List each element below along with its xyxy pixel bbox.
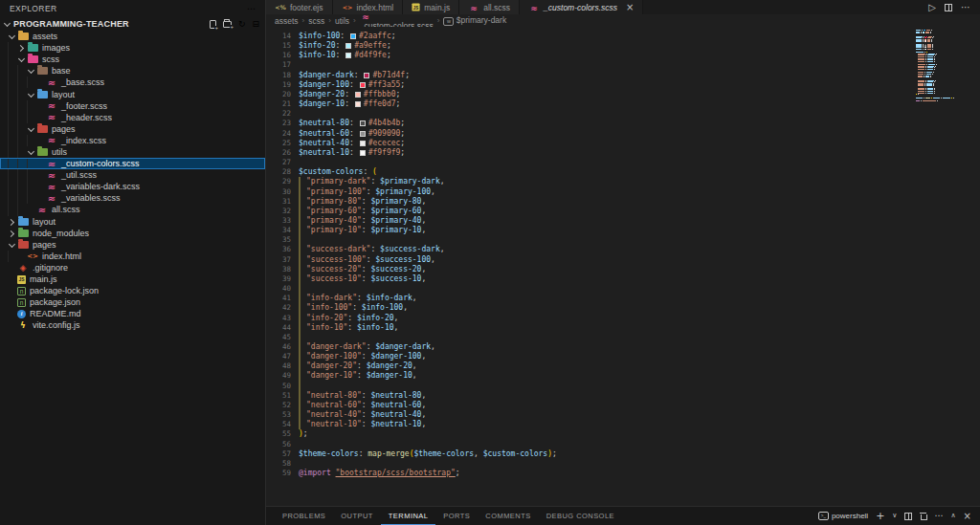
tree-file-_index.scss[interactable]: ≈_index.scss xyxy=(0,135,265,146)
tree-file-_footer.scss[interactable]: ≈_footer.scss xyxy=(0,100,265,112)
code-line[interactable]: 20$danger-20: #ffbbb0; xyxy=(266,90,980,99)
tree-file-_variables.scss[interactable]: ≈_variables.scss xyxy=(0,192,265,204)
breadcrumb-symbol[interactable]: w $primary-dark xyxy=(443,15,506,26)
code-line[interactable]: 59@import "bootstrap/scss/bootstrap"; xyxy=(266,469,980,478)
code-line[interactable]: 39"success-10": $success-10, xyxy=(266,274,980,284)
code-line[interactable]: 41"info-dark": $info-dark, xyxy=(266,294,980,303)
code-line[interactable]: 27 xyxy=(266,158,980,167)
tree-folder-pages[interactable]: pages xyxy=(0,239,265,251)
tab-footer.ejs[interactable]: <%footer.ejs xyxy=(266,0,333,14)
code-line[interactable]: 24$neutral-60: #909090; xyxy=(266,129,980,139)
panel-tab-problems[interactable]: PROBLEMS xyxy=(275,507,333,525)
tree-folder-images[interactable]: images xyxy=(0,42,265,54)
tree-folder-assets[interactable]: assets xyxy=(0,31,265,42)
tree-file-vite.config.js[interactable]: ϟvite.config.js xyxy=(0,319,265,331)
tree-file-_base.scss[interactable]: ≈_base.scss xyxy=(0,77,265,88)
terminal-shell-selector[interactable]: >_ powershell xyxy=(818,512,868,520)
code-line[interactable]: 22 xyxy=(266,109,980,119)
tree-folder-layout[interactable]: layout xyxy=(0,88,265,99)
panel-tab-ports[interactable]: PORTS xyxy=(435,507,478,525)
code-line[interactable]: 34"primary-10": $primary-10, xyxy=(266,226,980,235)
tree-file-_custom-colors.scss[interactable]: ≈_custom-colors.scss xyxy=(0,158,265,169)
code-line[interactable]: 30"primary-100": $primary-100, xyxy=(266,187,980,197)
maximize-panel-icon[interactable]: ∧ xyxy=(950,513,955,519)
close-panel-icon[interactable]: × xyxy=(964,512,971,521)
code-line[interactable]: 46"danger-dark": $danger-dark, xyxy=(266,342,980,352)
code-line[interactable]: 48"danger-20": $danger-20, xyxy=(266,361,980,371)
tree-file-package.json[interactable]: npackage.json xyxy=(0,296,265,308)
code-line[interactable]: 25$neutral-40: #ececec; xyxy=(266,139,980,148)
split-editor-icon[interactable] xyxy=(945,4,952,11)
tree-file-_variables-dark.scss[interactable]: ≈_variables-dark.scss xyxy=(0,181,265,192)
panel-tab-output[interactable]: OUTPUT xyxy=(333,507,381,525)
new-terminal-button[interactable]: + xyxy=(876,511,884,521)
code-line[interactable]: 50 xyxy=(266,382,980,391)
code-line[interactable]: 33"primary-40": $primary-40, xyxy=(266,216,980,226)
code-line[interactable]: 47"danger-100": $danger-100, xyxy=(266,352,980,361)
tree-folder-scss[interactable]: scss xyxy=(0,54,265,65)
panel-tab-debug-console[interactable]: DEBUG CONSOLE xyxy=(539,507,622,525)
run-button[interactable]: ▷ xyxy=(928,2,936,12)
tree-file-all.scss[interactable]: ≈all.scss xyxy=(0,204,265,215)
code-line[interactable]: 31"primary-80": $primary-80, xyxy=(266,197,980,207)
minimap[interactable] xyxy=(916,30,968,101)
launch-profile-chevron-icon[interactable]: ∨ xyxy=(892,513,897,519)
tree-folder-node_modules[interactable]: node_modules xyxy=(0,228,265,239)
code-line[interactable]: 38"success-20": $success-20, xyxy=(266,265,980,274)
code-line[interactable]: 29"primary-dark": $primary-dark, xyxy=(266,177,980,186)
code-line[interactable]: 57$theme-colors: map-merge($theme-colors… xyxy=(266,449,980,459)
code-line[interactable]: 44"info-10": $info-10, xyxy=(266,323,980,333)
code-line[interactable]: 18$danger-dark: #b71d4f; xyxy=(266,71,980,80)
breadcrumb-item-scss[interactable]: scss xyxy=(308,16,324,26)
tree-folder-layout[interactable]: layout xyxy=(0,216,265,228)
code-line[interactable]: 49"danger-10": $danger-10, xyxy=(266,371,980,381)
code-line[interactable]: 51"neutral-80": $neutral-80, xyxy=(266,391,980,401)
code-line[interactable]: 36"success-dark": $success-dark, xyxy=(266,245,980,254)
new-file-icon[interactable] xyxy=(210,20,216,29)
code-line[interactable]: 19$danger-100: #ff3a55; xyxy=(266,80,980,90)
tree-file-README.md[interactable]: iREADME.md xyxy=(0,308,265,319)
code-line[interactable]: 16$info-10: #d4f9fe; xyxy=(266,51,980,60)
code-line[interactable]: 14$info-100: #2aaffc; xyxy=(266,32,980,41)
tree-folder-utils[interactable]: utils xyxy=(0,146,265,158)
tree-file-index.html[interactable]: <>index.html xyxy=(0,251,265,262)
tree-file-.gitignore[interactable]: ◈.gitignore xyxy=(0,262,265,273)
code-line[interactable]: 17 xyxy=(266,60,980,70)
split-terminal-icon[interactable] xyxy=(904,513,912,520)
breadcrumb-item-assets[interactable]: assets xyxy=(275,16,299,26)
code-editor[interactable]: 14$info-100: #2aaffc;15$info-20: #a9effe… xyxy=(266,27,980,506)
new-folder-icon[interactable] xyxy=(223,21,232,28)
editor-more-icon[interactable]: ⋯ xyxy=(961,2,970,12)
close-icon[interactable]: × xyxy=(626,3,634,12)
panel-tab-terminal[interactable]: TERMINAL xyxy=(381,507,436,525)
code-line[interactable]: 35 xyxy=(266,235,980,245)
tree-file-_header.scss[interactable]: ≈_header.scss xyxy=(0,112,265,123)
code-line[interactable]: 37"success-100": $success-100, xyxy=(266,255,980,265)
code-line[interactable]: 52"neutral-60": $neutral-60, xyxy=(266,401,980,410)
project-root-row[interactable]: PROGRAMMING-TEACHER ↻⊟ xyxy=(0,17,265,31)
tree-folder-pages[interactable]: pages xyxy=(0,123,265,135)
code-line[interactable]: 55); xyxy=(266,429,980,439)
code-line[interactable]: 56 xyxy=(266,440,980,449)
kill-terminal-icon[interactable] xyxy=(920,512,926,520)
code-line[interactable]: 45 xyxy=(266,333,980,342)
code-line[interactable]: 40 xyxy=(266,284,980,294)
tree-file-_util.scss[interactable]: ≈_util.scss xyxy=(0,169,265,181)
code-line[interactable]: 42"info-100": $info-100, xyxy=(266,303,980,313)
code-line[interactable]: 58 xyxy=(266,459,980,469)
panel-tab-comments[interactable]: COMMENTS xyxy=(478,507,538,525)
code-line[interactable]: 43"info-20": $info-20, xyxy=(266,314,980,323)
collapse-folders-icon[interactable]: ⊟ xyxy=(252,20,259,29)
code-line[interactable]: 53"neutral-40": $neutral-40, xyxy=(266,410,980,420)
tab-_custom-colors.scss[interactable]: ≈_custom-colors.scss× xyxy=(520,0,643,14)
code-line[interactable]: 32"primary-60": $primary-60, xyxy=(266,207,980,216)
explorer-more-icon[interactable]: ⋯ xyxy=(247,5,256,13)
refresh-explorer-icon[interactable]: ↻ xyxy=(238,20,246,29)
tab-all.scss[interactable]: ≈all.scss xyxy=(459,0,520,14)
code-line[interactable]: 28$custom-colors: ( xyxy=(266,167,980,177)
code-line[interactable]: 54"neutral-10": $neutral-10, xyxy=(266,420,980,429)
code-line[interactable]: 21$danger-10: #ffe0d7; xyxy=(266,99,980,109)
tree-file-package-lock.json[interactable]: npackage-lock.json xyxy=(0,285,265,296)
code-line[interactable]: 23$neutral-80: #4b4b4b; xyxy=(266,119,980,128)
code-line[interactable]: 26$neutral-10: #f9f9f9; xyxy=(266,148,980,158)
